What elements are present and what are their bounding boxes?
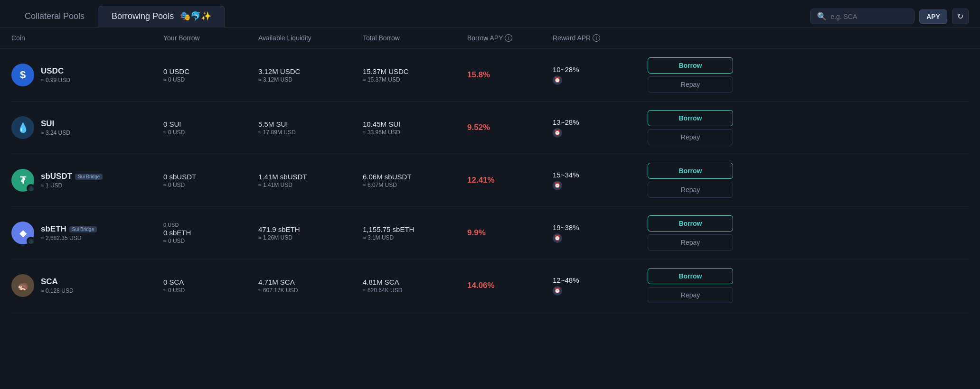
your-borrow-cell: 0 SUI ≈ 0 USD (163, 120, 258, 136)
coin-name-row: sbETH Sui Bridge (41, 224, 97, 234)
coin-usd-price: ≈ 0.128 USD (41, 287, 74, 294)
total-borrow-amount: 10.45M SUI (363, 120, 467, 128)
total-borrow-cell: 1,155.75 sbETH ≈ 3.1M USD (363, 225, 467, 241)
reward-icons: ⏰ (553, 75, 648, 85)
header-available-liquidity: Available Liquidity (258, 34, 363, 42)
reward-icon-1: ⏰ (553, 233, 562, 243)
coin-icon: ₮ 🌑 (11, 169, 34, 192)
borrow-button[interactable]: Borrow (648, 57, 733, 74)
reward-apr-cell: 13~28% ⏰ (553, 118, 648, 138)
borrow-button[interactable]: Borrow (648, 268, 733, 284)
reward-apr-value: 15~34% (553, 171, 648, 179)
total-borrow-usd: ≈ 6.07M USD (363, 182, 467, 188)
borrow-button[interactable]: Borrow (648, 110, 733, 126)
total-borrow-usd: ≈ 620.64K USD (363, 287, 467, 294)
borrow-button[interactable]: Borrow (648, 215, 733, 232)
your-borrow-amount: 0 SUI (163, 120, 258, 128)
reward-apr-info-icon[interactable]: i (593, 34, 600, 42)
repay-button[interactable]: Repay (648, 287, 733, 303)
refresh-button[interactable]: ↻ (952, 9, 969, 24)
repay-button[interactable]: Repay (648, 182, 733, 198)
total-borrow-amount: 6.06M sbUSDT (363, 173, 467, 181)
top-bar: Collateral Pools Borrowing Pools 🎭🐬✨ 🔍 A… (0, 0, 980, 28)
repay-button[interactable]: Repay (648, 234, 733, 250)
action-cell: Borrow Repay (648, 215, 733, 250)
available-amount: 471.9 sbETH (258, 225, 363, 233)
your-borrow-cell: 0 sbUSDT ≈ 0 USD (163, 173, 258, 188)
borrow-apy-info-icon[interactable]: i (505, 34, 512, 42)
apy-button[interactable]: APY (919, 9, 947, 24)
total-borrow-usd: ≈ 33.95M USD (363, 129, 467, 136)
header-actions (648, 34, 733, 42)
your-borrow-amount: 0 sbUSDT (163, 173, 258, 181)
total-borrow-cell: 6.06M sbUSDT ≈ 6.07M USD (363, 173, 467, 188)
reward-apr-cell: 12~48% ⏰ (553, 276, 648, 296)
reward-apr-value: 10~28% (553, 65, 648, 74)
available-usd: ≈ 1.41M USD (258, 182, 363, 188)
your-borrow-amount: 0 SCA (163, 278, 258, 286)
reward-apr-value: 13~28% (553, 118, 648, 126)
coin-usd-price: ≈ 0.99 USD (41, 77, 70, 83)
total-borrow-usd: ≈ 3.1M USD (363, 234, 467, 241)
coin-info: USDC ≈ 0.99 USD (41, 66, 70, 83)
tab-borrowing[interactable]: Borrowing Pools 🎭🐬✨ (98, 6, 225, 28)
coin-name-row: SCA (41, 277, 74, 287)
reward-icons: ⏰ (553, 233, 648, 243)
total-borrow-amount: 4.81M SCA (363, 278, 467, 286)
coin-info: sbETH Sui Bridge ≈ 2,682.35 USD (41, 224, 97, 241)
reward-icon-1: ⏰ (553, 286, 562, 296)
coin-name: USDC (41, 66, 64, 76)
available-usd: ≈ 3.12M USD (258, 76, 363, 83)
reward-icon-1: ⏰ (553, 75, 562, 85)
tabs: Collateral Pools Borrowing Pools 🎭🐬✨ (11, 6, 225, 27)
action-cell: Borrow Repay (648, 110, 733, 145)
coin-icon: 🦔 (11, 274, 34, 297)
your-borrow-cell: 0 SCA ≈ 0 USD (163, 278, 258, 294)
coin-cell: ₮ 🌑 sbUSDT Sui Bridge ≈ 1 USD (11, 169, 163, 192)
reward-apr-cell: 10~28% ⏰ (553, 65, 648, 85)
coin-cell: ◆ 🌑 sbETH Sui Bridge ≈ 2,682.35 USD (11, 222, 163, 244)
your-borrow-usd: ≈ 0 USD (163, 76, 258, 83)
your-borrow-amount: 0 USDC (163, 67, 258, 75)
search-input[interactable] (830, 13, 906, 20)
borrow-apy-cell: 12.41% (467, 176, 553, 185)
coin-info: SUI ≈ 3.24 USD (41, 119, 70, 136)
coin-usd-price: ≈ 2,682.35 USD (41, 235, 97, 241)
coin-icon: $ (11, 64, 34, 86)
coin-cell: 🦔 SCA ≈ 0.128 USD (11, 274, 163, 297)
borrow-button[interactable]: Borrow (648, 163, 733, 179)
search-box[interactable]: 🔍 (810, 9, 914, 24)
action-cell: Borrow Repay (648, 57, 733, 93)
coin-usd-price: ≈ 1 USD (41, 182, 103, 189)
table-row: ₮ 🌑 sbUSDT Sui Bridge ≈ 1 USD 0 sbUSDT ≈… (11, 154, 969, 207)
coin-name: SUI (41, 119, 54, 129)
reward-icons: ⏰ (553, 286, 648, 296)
header-coin: Coin (11, 34, 163, 42)
available-amount: 5.5M SUI (258, 120, 363, 128)
your-borrow-usd: ≈ 0 USD (163, 238, 258, 244)
total-borrow-cell: 4.81M SCA ≈ 620.64K USD (363, 278, 467, 294)
borrow-apy-cell: 9.9% (467, 228, 553, 238)
reward-icon-1: ⏰ (553, 181, 562, 190)
available-amount: 4.71M SCA (258, 278, 363, 286)
action-cell: Borrow Repay (648, 163, 733, 198)
coin-icon: 💧 (11, 116, 34, 139)
borrow-apy-cell: 15.8% (467, 70, 553, 80)
repay-button[interactable]: Repay (648, 76, 733, 93)
table-row: $ USDC ≈ 0.99 USD 0 USDC ≈ 0 USD 3.12M U… (11, 49, 969, 102)
your-borrow-amount: 0 sbETH (163, 229, 258, 237)
your-borrow-cell: 0 USD 0 sbETH ≈ 0 USD (163, 222, 258, 244)
available-liquidity-cell: 471.9 sbETH ≈ 1.26M USD (258, 225, 363, 241)
available-amount: 1.41M sbUSDT (258, 173, 363, 181)
repay-button[interactable]: Repay (648, 129, 733, 145)
tab-collateral[interactable]: Collateral Pools (11, 7, 98, 27)
coin-icon: ◆ 🌑 (11, 222, 34, 244)
action-cell: Borrow Repay (648, 268, 733, 303)
reward-apr-cell: 15~34% ⏰ (553, 171, 648, 190)
bridge-badge: Sui Bridge (69, 226, 97, 232)
your-borrow-cell: 0 USDC ≈ 0 USD (163, 67, 258, 83)
borrow-apy-cell: 9.52% (467, 123, 553, 132)
coin-cell: $ USDC ≈ 0.99 USD (11, 64, 163, 86)
coin-usd-price: ≈ 3.24 USD (41, 130, 70, 136)
reward-apr-value: 12~48% (553, 276, 648, 284)
